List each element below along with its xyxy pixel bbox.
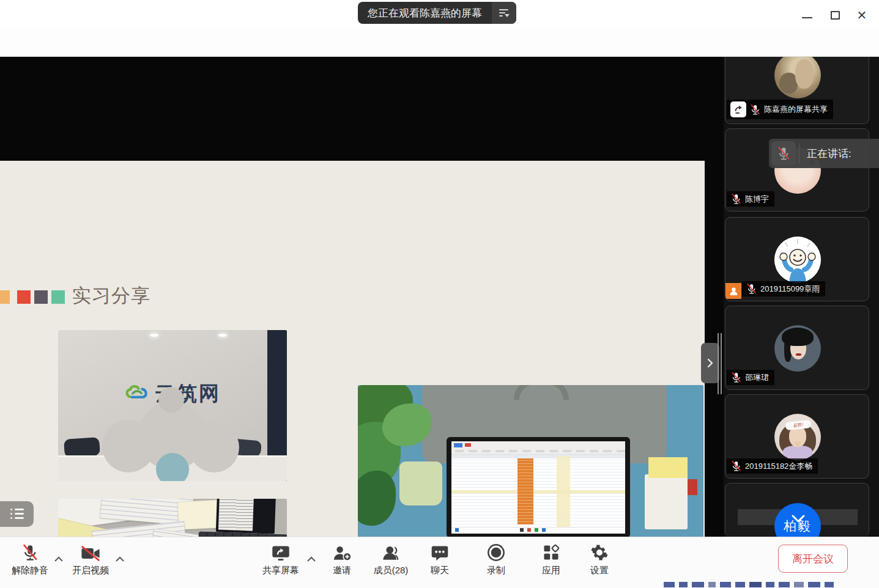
ceiling-light <box>218 334 227 337</box>
clipped-text-fragment <box>664 582 675 587</box>
minimize-button[interactable] <box>799 7 815 23</box>
minimize-icon <box>802 17 812 18</box>
app-tab <box>454 443 462 447</box>
highlighted-row <box>451 490 625 493</box>
clipped-text-fragment <box>720 582 731 587</box>
spreadsheet-screen <box>451 441 625 534</box>
cloud-blue-dot <box>156 453 189 481</box>
clipped-text-fragment <box>825 582 834 587</box>
bag-handle <box>514 385 569 400</box>
accent-square-green <box>51 290 65 304</box>
participant-tile[interactable]: 2019115099章雨 <box>725 217 869 301</box>
meeting-window: 您正在观看陈嘉燕的屏幕 ✕ i 07:46 演讲者视图 <box>0 0 879 588</box>
participant-tile[interactable]: 必胜! 2019115182金李畅 <box>725 394 869 479</box>
invite-person-icon <box>332 542 352 562</box>
avatar <box>774 325 821 372</box>
participant-label: 陈博宇 <box>727 191 774 207</box>
avatar-detail <box>795 59 814 89</box>
clipped-text-fragment <box>779 582 790 587</box>
plant-pot <box>399 461 442 505</box>
unmute-button[interactable]: 解除静音 <box>6 542 54 576</box>
participant-name: 2019115099章雨 <box>760 284 820 295</box>
clipped-text-fragment <box>708 582 716 587</box>
chat-bubble-icon <box>431 542 449 562</box>
share-screen-icon <box>271 542 291 562</box>
avatar <box>774 57 821 98</box>
screen-share-icon <box>730 101 746 117</box>
avatar-detail <box>796 353 801 356</box>
participant-name: 陈博宇 <box>745 194 769 205</box>
plant-leaves <box>358 471 396 526</box>
status-bar: i 07:46 演讲者视图 <box>0 29 879 57</box>
participant-tile[interactable]: 柏毅 柏毅 <box>725 483 869 537</box>
clipped-text-fragment <box>692 582 704 587</box>
participant-label: 2019115182金李畅 <box>727 458 818 474</box>
gear-icon <box>590 542 609 562</box>
panel-collapse-handle[interactable] <box>701 343 719 383</box>
apps-button[interactable]: 应用 <box>532 542 571 576</box>
mic-muted-icon <box>746 283 757 295</box>
menu-lines-icon <box>499 9 509 17</box>
accent-square-orange <box>0 290 10 304</box>
mic-options-caret[interactable] <box>54 554 64 565</box>
participant-label: 2019115099章雨 <box>742 281 825 296</box>
mic-muted-icon <box>771 141 796 166</box>
host-badge-icon <box>725 283 741 299</box>
participant-name: 2019115182金李畅 <box>745 461 812 472</box>
mic-muted-icon <box>730 460 742 472</box>
slide-title: 实习分享 <box>72 283 150 309</box>
ceiling-light <box>150 334 158 337</box>
start-video-button[interactable]: 开启视频 <box>66 542 115 576</box>
video-options-caret[interactable] <box>115 554 125 565</box>
chat-button[interactable]: 聊天 <box>420 542 459 576</box>
white-box <box>645 474 688 529</box>
participant-tile-screenshare[interactable]: 陈嘉燕的屏幕共享 <box>725 57 869 124</box>
accent-square-red <box>17 290 31 304</box>
watching-screen-banner[interactable]: 您正在观看陈嘉燕的屏幕 <box>358 2 516 24</box>
clipped-text-fragment <box>749 582 762 587</box>
participant-tile[interactable]: 邵琳珺 <box>725 306 869 390</box>
avatar-cartoon <box>774 237 821 283</box>
leave-meeting-button[interactable]: 离开会议 <box>778 545 848 573</box>
yellow-sticky-stack <box>648 457 688 478</box>
cloud-part <box>158 387 184 413</box>
scroll-more-button[interactable] <box>790 514 807 526</box>
settings-button[interactable]: 设置 <box>580 542 619 576</box>
clipped-desktop-text <box>664 581 877 588</box>
avatar-detail <box>782 328 814 346</box>
mic-muted-icon <box>730 193 742 205</box>
mic-muted-icon <box>21 542 39 562</box>
app-tab-red <box>465 443 471 447</box>
watching-screen-text: 您正在观看陈嘉燕的屏幕 <box>358 2 492 24</box>
screen-share-stage: 实习分享 云筑网 <box>0 57 724 537</box>
taskbar-icon <box>542 528 546 532</box>
invite-button[interactable]: 邀请 <box>322 542 362 576</box>
shared-slide: 实习分享 云筑网 <box>0 161 705 562</box>
clipped-text-fragment <box>735 582 745 587</box>
laptop-screen <box>447 437 630 538</box>
banner-menu-button[interactable] <box>492 2 516 24</box>
participant-label: 邵琳珺 <box>727 370 774 385</box>
taskbar-icon <box>455 528 459 532</box>
now-speaking-label: 正在讲话: <box>799 147 851 161</box>
share-options-caret[interactable] <box>306 554 316 565</box>
record-button[interactable]: 录制 <box>477 542 516 576</box>
members-button[interactable]: 成员(28) <box>364 542 418 576</box>
cloud-part <box>189 422 239 472</box>
close-icon: ✕ <box>857 9 867 21</box>
title-bar: 您正在观看陈嘉燕的屏幕 ✕ <box>0 0 879 29</box>
highlighted-column-orange <box>517 458 533 524</box>
share-screen-button[interactable]: 共享屏幕 <box>256 542 305 576</box>
windows-taskbar <box>451 527 625 534</box>
avatar: 必胜! <box>774 414 821 460</box>
close-button[interactable]: ✕ <box>854 7 870 23</box>
maximize-button[interactable] <box>827 7 843 23</box>
photo-office-reception: 云筑网 <box>58 330 287 481</box>
panel-resize-handle[interactable] <box>718 333 722 394</box>
slide-outline-toggle[interactable] <box>0 501 34 527</box>
sticky-note-box <box>645 457 692 529</box>
apps-icon <box>542 542 560 562</box>
mic-muted-icon <box>730 372 742 383</box>
maximize-icon <box>831 11 840 20</box>
laptop-screen <box>216 499 276 534</box>
